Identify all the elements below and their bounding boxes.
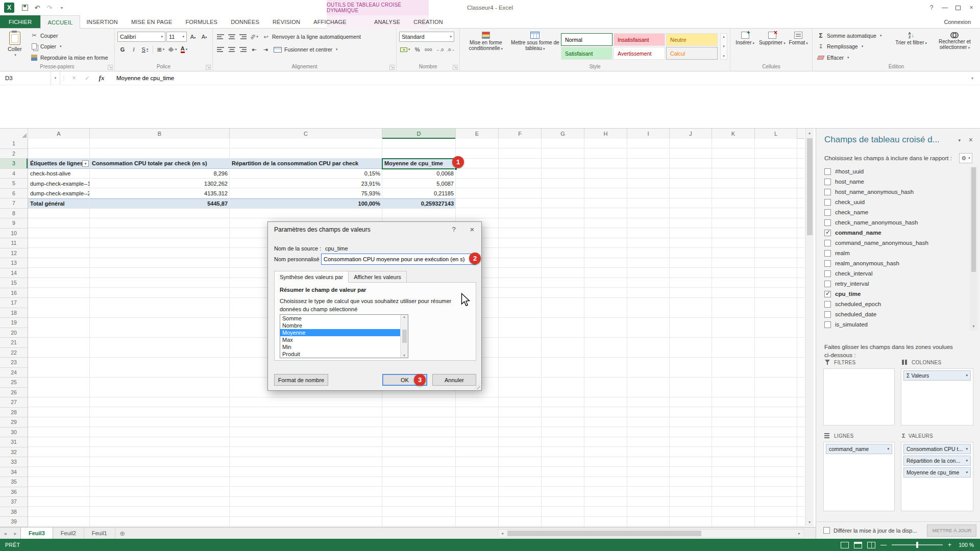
shrink-font-button[interactable]: A▾ [199,32,209,42]
cell-C5[interactable]: 23,91% [230,179,382,189]
borders-button[interactable]: ⊞▾ [156,44,166,55]
font-dialog-launcher-icon[interactable]: ↘ [206,65,211,70]
row-header-14[interactable]: 14 [0,268,28,279]
row-header-27[interactable]: 27 [0,397,28,408]
checkbox[interactable] [824,311,831,318]
name-box-chevron-icon[interactable]: ▾ [51,71,60,85]
summary-option-max[interactable]: Max [280,336,408,343]
conditional-formatting-button[interactable]: Mise en forme conditionnelle▾ [462,30,509,63]
summary-option-moyenne[interactable]: Moyenne [280,329,408,336]
cancel-entry-icon[interactable]: × [67,74,81,82]
cell-A4[interactable]: check-host-alive [28,169,90,179]
row-header-21[interactable]: 21 [0,338,28,348]
checkbox[interactable] [824,230,831,236]
field-is_simulated[interactable]: is_simulated [816,319,980,330]
cell-A3[interactable]: Étiquettes de lignes ▾ [28,159,90,169]
delete-cells-button[interactable]: Supprimer▾ [758,30,786,63]
page-break-view-icon[interactable] [867,542,875,548]
wrap-text-button[interactable]: ↩Renvoyer à la ligne automatiquement [260,32,363,42]
column-header-D[interactable]: D [382,129,456,139]
qat-customize-chevron-icon[interactable]: ▾ [56,2,67,13]
field-list-scroll-down-icon[interactable]: ▾ [970,322,977,331]
italic-button[interactable]: I [129,44,139,55]
row-header-17[interactable]: 17 [0,298,28,308]
decrease-indent-icon[interactable]: ⇤ [249,44,259,55]
format-cells-button[interactable]: Format▾ [787,30,810,63]
increase-indent-icon[interactable]: ⇥ [260,44,271,55]
cell-A6[interactable]: dump-check-example--2 [28,189,90,199]
align-center-icon[interactable] [227,44,237,55]
column-header-J[interactable]: J [670,129,712,139]
clear-button[interactable]: Effacer▾ [815,53,890,62]
new-sheet-icon[interactable]: ⊕ [115,528,130,539]
zoom-slider-thumb[interactable] [916,542,918,548]
pane-close-icon[interactable]: × [969,136,973,144]
field-check_uuid[interactable]: check_uuid [816,197,980,207]
row-header-8[interactable]: 8 [0,209,28,219]
row-header-7[interactable]: 7 [0,198,28,209]
cell-style-normal[interactable]: Normal [561,33,612,46]
checkbox[interactable] [824,179,831,185]
scroll-up-icon[interactable]: ▴ [805,129,814,137]
checkbox[interactable] [824,189,831,195]
row-header-9[interactable]: 9 [0,218,28,229]
row-header-23[interactable]: 23 [0,358,28,368]
fill-button[interactable]: ↧Remplissage▾ [815,42,890,52]
cell-style-satisfaisant[interactable]: Satisfaisant [561,47,612,60]
cell-style-calcul[interactable]: Calcul [666,47,718,60]
cancel-button[interactable]: Annuler [432,374,476,386]
column-header-G[interactable]: G [542,129,584,139]
field-scheduled_date[interactable]: scheduled_date [816,309,980,319]
pane-options-chevron-icon[interactable]: ▾ [958,138,961,143]
cell-C3[interactable]: Répartition de la consommation CPU par c… [230,159,382,169]
field-check_name_anonymous_hash[interactable]: check_name_anonymous_hash [816,217,980,228]
orientation-button[interactable]: ab▾ [249,32,259,42]
align-top-icon[interactable] [215,32,226,42]
summary-option-produit[interactable]: Produit [280,350,408,358]
insert-cells-button[interactable]: Insérer▾ [733,30,757,63]
row-header-26[interactable]: 26 [0,388,28,398]
column-header-A[interactable]: A [28,129,90,139]
formula-content[interactable]: Moyenne de cpu_time [109,75,965,81]
close-icon[interactable]: × [965,1,978,14]
number-format-button[interactable]: Format de nombre [274,374,328,386]
align-right-icon[interactable] [238,44,248,55]
insert-function-icon[interactable]: fx [94,74,109,82]
row-header-34[interactable]: 34 [0,467,28,478]
align-left-icon[interactable] [215,44,226,55]
row-header-12[interactable]: 12 [0,248,28,259]
cell-D6[interactable]: 0,21185 [382,189,456,199]
sort-filter-button[interactable]: AZ↓ Trier et filtrer▾ [892,30,930,63]
row-labels-filter-icon[interactable]: ▾ [82,160,89,167]
field-list-scroll-thumb[interactable] [971,167,976,272]
tab-creation[interactable]: CRÉATION [407,15,450,28]
chip-sigma-valeurs[interactable]: Σ Valeurs▾ [903,370,971,381]
increase-decimal-icon[interactable]: ←,0 [435,44,445,55]
clipboard-dialog-launcher-icon[interactable]: ↘ [108,65,113,70]
field-realm_anonymous_hash[interactable]: realm_anonymous_hash [816,258,980,268]
filters-zone[interactable] [823,368,895,425]
row-header-1[interactable]: 1 [0,139,28,149]
cell-C6[interactable]: 75,93% [230,189,382,199]
sheet-tab-feuil3[interactable]: Feuil3 [20,528,53,539]
field-retry_interval[interactable]: retry_interval [816,279,980,289]
autosum-button[interactable]: ΣSomme automatique▾ [815,31,890,40]
checkbox[interactable] [824,270,831,277]
merge-center-button[interactable]: Fusionner et centrer▾ [272,44,339,55]
field-list-scrollbar[interactable]: ▾ [970,166,977,331]
alignment-dialog-launcher-icon[interactable]: ↘ [389,65,395,70]
font-color-button[interactable]: A▾ [179,44,189,55]
percent-style-button[interactable]: % [412,44,423,55]
find-select-button[interactable]: Rechercher et sélectionner▾ [932,30,977,63]
cell-B6[interactable]: 4135,312 [90,189,230,199]
checkbox[interactable] [824,219,831,226]
cell-A5[interactable]: dump-check-example--1 [28,179,90,189]
summary-option-nombre[interactable]: Nombre [280,322,408,329]
column-header-E[interactable]: E [456,129,499,139]
row-header-4[interactable]: 4 [0,169,28,179]
undo-icon[interactable]: ↶ [32,2,43,13]
row-header-2[interactable]: 2 [0,149,28,159]
row-header-13[interactable]: 13 [0,258,28,268]
zoom-out-icon[interactable]: — [880,541,887,548]
cut-button[interactable]: ✂Couper [29,31,110,40]
